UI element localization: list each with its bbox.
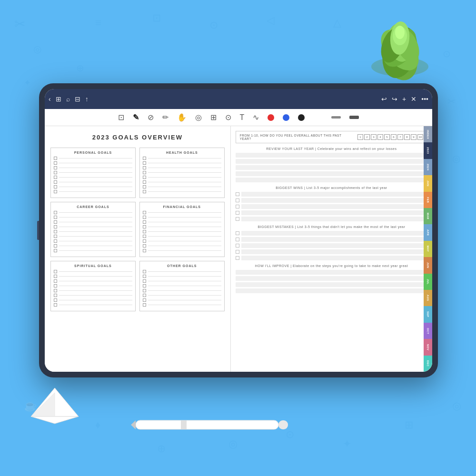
checkbox[interactable]	[54, 289, 57, 292]
checkbox[interactable]	[143, 180, 146, 184]
checkbox[interactable]	[54, 190, 57, 193]
mistake-checkbox[interactable]	[236, 238, 239, 241]
undo-button[interactable]: ↩	[381, 95, 387, 103]
checkbox[interactable]	[54, 239, 57, 243]
shape-tool[interactable]: ◎	[195, 113, 202, 122]
checkbox[interactable]	[54, 249, 57, 252]
checkbox[interactable]	[143, 289, 146, 292]
tab-2024[interactable]: 2024	[424, 159, 432, 175]
checkbox[interactable]	[143, 294, 146, 297]
tab-may[interactable]: MAY	[424, 241, 432, 257]
checkbox[interactable]	[143, 166, 146, 169]
grid-button[interactable]: ⊞	[56, 95, 61, 103]
text-tool[interactable]: T	[240, 113, 245, 122]
tab-2023[interactable]: 2023	[424, 142, 432, 159]
line-width-medium[interactable]	[331, 116, 341, 119]
tab-jul[interactable]: JUL	[424, 274, 432, 290]
checkbox[interactable]	[143, 161, 146, 165]
tab-index[interactable]: INDEX	[424, 126, 432, 142]
share-button[interactable]: ↑	[85, 95, 89, 103]
checkbox[interactable]	[143, 235, 146, 238]
close-button[interactable]: ✕	[411, 95, 416, 103]
selection-tool[interactable]: ⊡	[118, 113, 124, 122]
wins-checkbox[interactable]	[236, 205, 239, 208]
wins-checkbox[interactable]	[236, 192, 239, 196]
checkbox[interactable]	[54, 279, 57, 283]
rating-3[interactable]: 3	[371, 134, 377, 140]
tab-jun[interactable]: JUN	[424, 257, 432, 273]
camera-tool[interactable]: ⊙	[225, 113, 231, 122]
checkbox[interactable]	[143, 216, 146, 219]
checkbox[interactable]	[54, 211, 57, 214]
tab-mar[interactable]: MAR	[424, 208, 432, 224]
rating-2[interactable]: 2	[364, 134, 370, 140]
more-button[interactable]: •••	[421, 95, 428, 103]
checkbox[interactable]	[54, 216, 57, 219]
checkbox[interactable]	[143, 225, 146, 228]
checkbox[interactable]	[54, 171, 57, 174]
checkbox[interactable]	[54, 244, 57, 248]
blue-color[interactable]	[283, 114, 289, 121]
checkbox[interactable]	[143, 275, 146, 278]
mistake-checkbox[interactable]	[236, 231, 239, 235]
search-button[interactable]: ⌕	[66, 95, 70, 103]
back-button[interactable]: ‹	[49, 95, 51, 103]
checkbox[interactable]	[54, 284, 57, 288]
tab-aug[interactable]: AUG	[424, 290, 432, 306]
image-tool[interactable]: ⊞	[210, 113, 217, 122]
checkbox[interactable]	[54, 180, 57, 184]
tab-oct[interactable]: OCT	[424, 323, 432, 339]
lasso-tool[interactable]: ∿	[253, 113, 259, 122]
pen-tool[interactable]: ✎	[133, 113, 139, 122]
checkbox[interactable]	[143, 190, 146, 193]
checkbox[interactable]	[54, 303, 57, 307]
checkbox[interactable]	[54, 161, 57, 165]
checkbox[interactable]	[143, 284, 146, 288]
checkbox[interactable]	[54, 166, 57, 169]
checkbox[interactable]	[54, 220, 57, 224]
red-color[interactable]	[268, 114, 274, 121]
checkbox[interactable]	[143, 270, 146, 273]
wins-checkbox[interactable]	[236, 211, 239, 215]
checkbox[interactable]	[54, 157, 57, 160]
checkbox[interactable]	[143, 279, 146, 283]
tab-dec[interactable]: DEC	[424, 356, 432, 372]
rating-6[interactable]: 6	[391, 134, 397, 140]
checkbox[interactable]	[143, 211, 146, 214]
rating-7[interactable]: 7	[397, 134, 403, 140]
checkbox[interactable]	[54, 235, 57, 238]
rating-1[interactable]: 1	[357, 134, 363, 140]
checkbox[interactable]	[143, 230, 146, 233]
line-width-thin[interactable]	[349, 116, 359, 119]
eraser-tool[interactable]: ⊘	[148, 113, 154, 122]
checkbox[interactable]	[143, 157, 146, 160]
checkbox[interactable]	[54, 294, 57, 297]
tab-nov[interactable]: NOV	[424, 339, 432, 355]
checkbox[interactable]	[143, 298, 146, 302]
redo-button[interactable]: ↪	[392, 95, 397, 103]
pencil-tool[interactable]: ✏	[162, 113, 169, 122]
checkbox[interactable]	[54, 225, 57, 228]
add-button[interactable]: +	[402, 95, 406, 103]
rating-5[interactable]: 5	[384, 134, 390, 140]
tab-apr[interactable]: APR	[424, 224, 432, 240]
checkbox[interactable]	[143, 171, 146, 174]
tab-sep[interactable]: SEP	[424, 306, 432, 322]
hand-tool[interactable]: ✋	[177, 113, 187, 122]
checkbox[interactable]	[143, 303, 146, 307]
rating-10[interactable]: 10	[417, 134, 423, 140]
bookmark-button[interactable]: ⊟	[75, 95, 80, 103]
mistake-checkbox[interactable]	[236, 256, 239, 260]
line-width-thick[interactable]	[313, 117, 323, 118]
checkbox[interactable]	[143, 176, 146, 179]
checkbox[interactable]	[54, 185, 57, 188]
checkbox[interactable]	[54, 275, 57, 278]
checkbox[interactable]	[143, 249, 146, 252]
mistake-checkbox[interactable]	[236, 250, 239, 254]
black-color[interactable]	[298, 114, 305, 121]
rating-4[interactable]: 4	[377, 134, 383, 140]
tab-feb[interactable]: FEB	[424, 192, 432, 208]
checkbox[interactable]	[143, 185, 146, 188]
wins-checkbox[interactable]	[236, 198, 239, 202]
checkbox[interactable]	[54, 298, 57, 302]
